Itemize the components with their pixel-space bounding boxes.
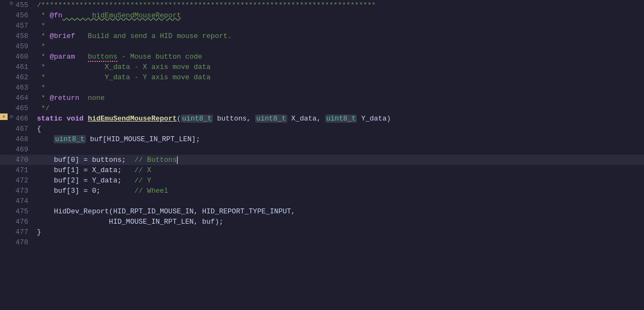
line-content[interactable]: * @brief Build and send a HID mouse repo…	[35, 31, 644, 41]
line-content[interactable]: /***************************************…	[35, 0, 644, 10]
line-number: 459	[15, 41, 35, 52]
line-number: 455	[15, 0, 35, 10]
line-number: 471	[15, 165, 35, 175]
comment-token: */	[37, 104, 49, 112]
plain-token: X_data,	[287, 115, 325, 123]
type-token: uint8_t	[54, 135, 86, 143]
line-number: 458	[15, 31, 35, 41]
code-row: 459 *	[0, 41, 644, 52]
squiggle-token: buttons	[88, 53, 118, 62]
code-row: 458 * @brief Build and send a HID mouse …	[0, 31, 644, 41]
code-row: 461 * X_data - X axis move data	[0, 62, 644, 72]
line-number: 472	[15, 175, 35, 186]
line-number: 476	[15, 217, 35, 227]
line-number: 478	[15, 237, 35, 248]
plain-token	[37, 135, 54, 143]
line-content[interactable]: buf[2] = Y_data; // Y	[35, 175, 644, 186]
inline-comment-token: // Wheel	[134, 187, 168, 195]
plain-token: {	[37, 125, 41, 133]
at-tag-token: @brief	[49, 32, 75, 40]
comment-token: hidEmuSendMouseReport	[62, 11, 181, 20]
line-number: 477	[15, 227, 35, 237]
line-number: 474	[15, 196, 35, 206]
line-content[interactable]: buf[1] = X_data; // X	[35, 165, 644, 175]
plain-token: HidDev_Report(HID_RPT_ID_MOUSE_IN, HID_R…	[37, 207, 295, 216]
comment-token: *	[37, 94, 49, 102]
code-row: 478	[0, 237, 644, 248]
line-number: 463	[15, 83, 35, 93]
line-number: 465	[15, 103, 35, 113]
comment-token: *	[37, 84, 46, 92]
code-row: 469	[0, 144, 644, 155]
plain-token: Y_data)	[357, 115, 390, 123]
code-row: 460 * @param buttons - Mouse button code	[0, 52, 644, 62]
line-number: 462	[15, 72, 35, 83]
code-row: 463 *	[0, 83, 644, 93]
line-content[interactable]: *	[35, 41, 644, 52]
text-cursor	[177, 156, 178, 164]
plain-token: buf[3] = 0;	[37, 187, 134, 195]
line-content[interactable]: buf[3] = 0; // Wheel	[35, 186, 644, 196]
comment-token: * X_data - X axis move data	[37, 63, 211, 71]
comment-token: *	[37, 11, 49, 20]
line-content[interactable]: * @fn hidEmuSendMouseReport	[35, 10, 644, 21]
line-content[interactable]: */	[35, 103, 644, 113]
line-content[interactable]: }	[35, 227, 644, 237]
comment-token: *	[37, 42, 46, 50]
line-number: 457	[15, 21, 35, 31]
plain-token	[62, 115, 67, 123]
comment-token	[75, 53, 87, 61]
line-content[interactable]: * @return none	[35, 93, 644, 103]
at-tag-token: @param	[49, 53, 75, 61]
line-content[interactable]: {	[35, 124, 644, 134]
line-content[interactable]: *	[35, 21, 644, 31]
line-number: 466	[15, 113, 35, 124]
keyword-token: static	[37, 115, 62, 123]
line-number: 468	[15, 134, 35, 144]
line-number: 470	[15, 155, 35, 165]
fold-icon[interactable]: ⊖	[8, 113, 15, 120]
line-number: 473	[15, 186, 35, 196]
comment-token: Build and send a HID mouse report.	[75, 32, 232, 40]
line-content[interactable]: * Y_data - Y axis move data	[35, 72, 644, 83]
line-marker: ⚡	[0, 113, 8, 120]
plain-token: HID_MOUSE_IN_RPT_LEN, buf);	[37, 218, 223, 226]
line-number: 475	[15, 206, 35, 217]
line-content[interactable]: static void hidEmuSendMouseReport(uint8_…	[35, 113, 644, 124]
line-number: 469	[15, 144, 35, 155]
code-row: 474	[0, 196, 644, 206]
line-content[interactable]: * @param buttons - Mouse button code	[35, 52, 644, 62]
comment-token: *	[37, 22, 46, 30]
code-row: 467{	[0, 124, 644, 134]
code-row: 457 *	[0, 21, 644, 31]
code-row: 471 buf[1] = X_data; // X	[0, 165, 644, 175]
line-content[interactable]: *	[35, 83, 644, 93]
line-content[interactable]: HID_MOUSE_IN_RPT_LEN, buf);	[35, 217, 644, 227]
comment-token: * Y_data - Y axis move data	[37, 73, 211, 81]
keyword-token: void	[67, 115, 84, 123]
code-row: 472 buf[2] = Y_data; // Y	[0, 175, 644, 186]
comment-token: /***************************************…	[37, 1, 376, 9]
code-row: 473 buf[3] = 0; // Wheel	[0, 186, 644, 196]
fold-icon[interactable]: ⊖	[8, 0, 15, 7]
type-token: uint8_t	[181, 115, 213, 123]
line-content[interactable]: HidDev_Report(HID_RPT_ID_MOUSE_IN, HID_R…	[35, 206, 644, 217]
code-row: 476 HID_MOUSE_IN_RPT_LEN, buf);	[0, 217, 644, 227]
comment-token: - Mouse button code	[117, 53, 202, 61]
type-token: uint8_t	[325, 115, 357, 123]
plain-token: buf[1] = X_data;	[37, 166, 134, 174]
type-token: uint8_t	[255, 115, 287, 123]
code-editor[interactable]: ⊖455/***********************************…	[0, 0, 644, 310]
code-row: ⚡⊖466static void hidEmuSendMouseReport(u…	[0, 113, 644, 124]
code-row: ⊖455/***********************************…	[0, 0, 644, 10]
code-row: 475 HidDev_Report(HID_RPT_ID_MOUSE_IN, H…	[0, 206, 644, 217]
function-token: hidEmuSendMouseReport	[88, 115, 177, 123]
code-row: 464 * @return none	[0, 93, 644, 103]
code-row: 470 buf[0] = buttons; // Buttons	[0, 155, 644, 165]
line-content[interactable]: buf[0] = buttons; // Buttons	[35, 155, 644, 165]
plain-token: }	[37, 228, 41, 236]
code-row: 465 */	[0, 103, 644, 113]
line-content[interactable]: * X_data - X axis move data	[35, 62, 644, 72]
line-content[interactable]: uint8_t buf[HID_MOUSE_IN_RPT_LEN];	[35, 134, 644, 144]
inline-comment-token: // Buttons	[134, 156, 176, 164]
